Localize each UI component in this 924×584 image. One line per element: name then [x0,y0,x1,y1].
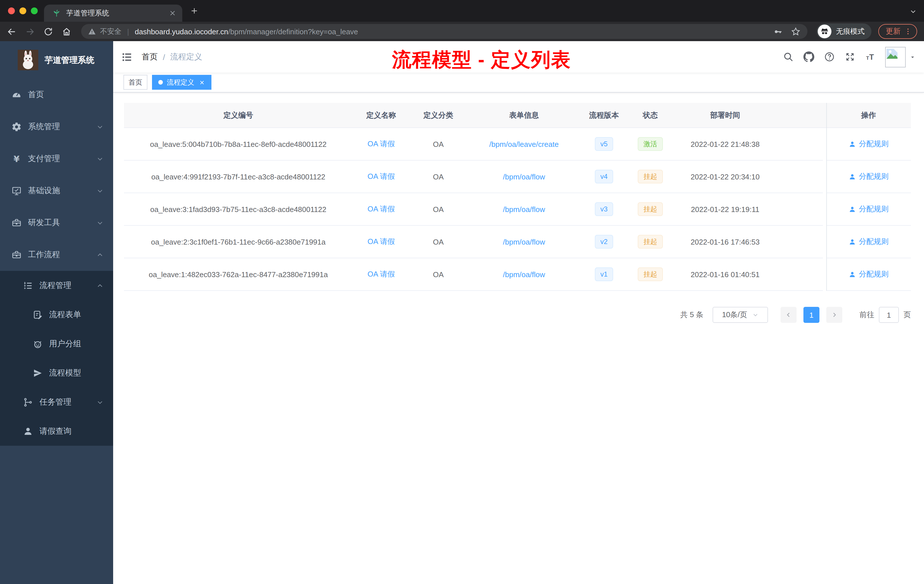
tag-0[interactable]: 首页 [124,75,147,90]
assign-rule-link[interactable]: 分配规则 [848,237,889,247]
breadcrumb-home[interactable]: 首页 [142,52,158,62]
definition-name-link[interactable]: OA 请假 [368,269,394,279]
search-icon[interactable] [782,51,794,63]
new-tab-button[interactable] [190,6,199,15]
assign-rule-link[interactable]: 分配规则 [848,139,889,149]
tab-search-chevron-icon[interactable] [909,7,917,15]
definition-name-link[interactable]: OA 请假 [368,172,394,182]
user-icon [848,173,856,180]
github-icon[interactable] [803,51,814,63]
font-size-icon[interactable]: TT [865,51,876,63]
sidebar-item-label: 流程表单 [49,309,81,320]
deploy-time-cell: 2022-01-22 19:19:11 [674,193,777,226]
form-link[interactable]: /bpm/oa/flow [503,172,545,181]
home-icon[interactable] [59,25,73,38]
column-header: 定义编号 [124,103,353,128]
svg-text:T: T [869,53,874,61]
not-secure-warning-icon[interactable] [88,27,96,35]
not-secure-label[interactable]: 不安全 [100,26,121,36]
sidebar-item-label: 系统管理 [28,122,60,132]
definition-name-link[interactable]: OA 请假 [368,139,394,149]
key-icon[interactable] [773,26,783,36]
sidebar-item-process-mgmt[interactable]: 流程管理 [0,271,113,300]
page-number-1[interactable]: 1 [804,307,819,323]
url-path: /bpm/manager/definition?key=oa_leave [228,27,358,36]
chevron-up-icon [96,281,104,289]
category-cell: OA [410,258,467,291]
prev-page-button[interactable] [780,307,797,323]
sidebar-item-process-form[interactable]: 流程表单 [0,300,113,329]
sidebar-item-leave-query[interactable]: 请假查询 [0,417,113,446]
bookmark-star-icon[interactable] [791,26,800,36]
column-header-filler [777,103,823,128]
form-link[interactable]: /bpm/oa/flow [503,205,545,213]
sidebar-item-process-model[interactable]: 流程模型 [0,358,113,388]
sidebar-item-devtools[interactable]: 研发工具 [0,207,113,239]
forward-icon[interactable] [23,25,36,38]
sidebar-item-infra[interactable]: 基础设施 [0,175,113,207]
sidebar-logo-row[interactable]: 芋道管理系统 [0,41,113,79]
table-row: oa_leave:5:004b710b-7b8a-11ec-8ef0-acde4… [124,128,911,160]
sidebar-item-label: 首页 [28,90,44,100]
deploy-time-cell: 2022-01-16 17:46:53 [674,226,777,258]
page-unit-label: 页 [903,310,911,320]
maximize-window-button[interactable] [31,7,38,14]
reload-icon[interactable] [41,25,55,38]
chevron-down-icon [96,123,104,131]
back-icon[interactable] [5,25,18,38]
assign-rule-link[interactable]: 分配规则 [848,204,889,214]
goto-page-input[interactable] [879,307,899,323]
close-window-button[interactable] [8,7,15,14]
browser-tab[interactable]: 芋道管理系统 [44,5,182,22]
definition-name-link[interactable]: OA 请假 [368,237,394,247]
tag-active-1[interactable]: 流程定义 [152,75,211,90]
page-size-select[interactable]: 10条/页 [713,307,768,323]
sidebar-item-task-mgmt[interactable]: 任务管理 [0,388,113,417]
yen-icon: ¥ [12,154,22,164]
sidebar-item-system[interactable]: 系统管理 [0,111,113,143]
minimize-window-button[interactable] [20,7,26,14]
help-icon[interactable] [823,51,835,63]
browser-update-button[interactable]: 更新 [878,24,917,39]
page-size-value: 10条/页 [722,310,747,320]
form-link[interactable]: /bpm/oa/flow [503,238,545,246]
category-cell: OA [410,193,467,226]
column-header: 状态 [627,103,674,128]
address-bar[interactable]: 不安全 | dashboard.yudao.iocoder.cn/bpm/man… [81,24,807,39]
version-tag: v1 [594,267,613,281]
sidebar-item-label: 工作流程 [28,250,60,260]
sidebar-item-payment[interactable]: ¥支付管理 [0,143,113,175]
avatar[interactable] [885,46,906,67]
close-tab-icon[interactable] [168,9,177,17]
robot-icon [33,338,43,349]
next-page-button[interactable] [826,307,842,323]
app-navbar: 首页 / 流程定义 流程模型 - 定义列表 TT [113,41,924,73]
sidebar-item-user-group[interactable]: 用户分组 [0,329,113,358]
app-title: 芋道管理系统 [45,54,94,66]
definition-name-link[interactable]: OA 请假 [368,204,394,214]
user-icon [23,426,33,436]
sidebar-collapse-icon[interactable] [121,51,132,63]
rabbit-avatar [18,50,38,70]
browser-menu-dots-icon[interactable] [904,27,912,35]
form-link[interactable]: /bpm/oa/flow [503,270,545,279]
fullscreen-icon[interactable] [844,51,855,63]
assign-rule-link[interactable]: 分配规则 [848,172,889,182]
url-host: dashboard.yudao.iocoder.cn [135,27,228,36]
definition-id-cell: oa_leave:2:3c1f0ef1-76b1-11ec-9c66-a2380… [124,226,353,258]
assign-rule-link[interactable]: 分配规则 [848,269,889,279]
fixed-column-divider [826,103,827,291]
form-link[interactable]: /bpm/oa/leave/create [489,140,559,148]
chevron-down-icon [96,187,104,195]
version-tag: v4 [594,170,613,183]
close-tag-icon[interactable] [199,79,205,86]
sidebar-item-label: 流程模型 [49,368,81,378]
category-cell: OA [410,128,467,160]
sidebar-item-home[interactable]: 首页 [0,79,113,111]
sidebar-item-workflow[interactable]: 工作流程 [0,239,113,271]
caret-down-icon[interactable] [909,53,916,60]
status-tag: 挂起 [638,235,663,249]
tag-label: 流程定义 [167,78,194,87]
browser-window: 芋道管理系统 不安全 | dashboard.yudao.iocoder.cn/… [0,0,924,584]
table-body: oa_leave:5:004b710b-7b8a-11ec-8ef0-acde4… [124,128,911,291]
